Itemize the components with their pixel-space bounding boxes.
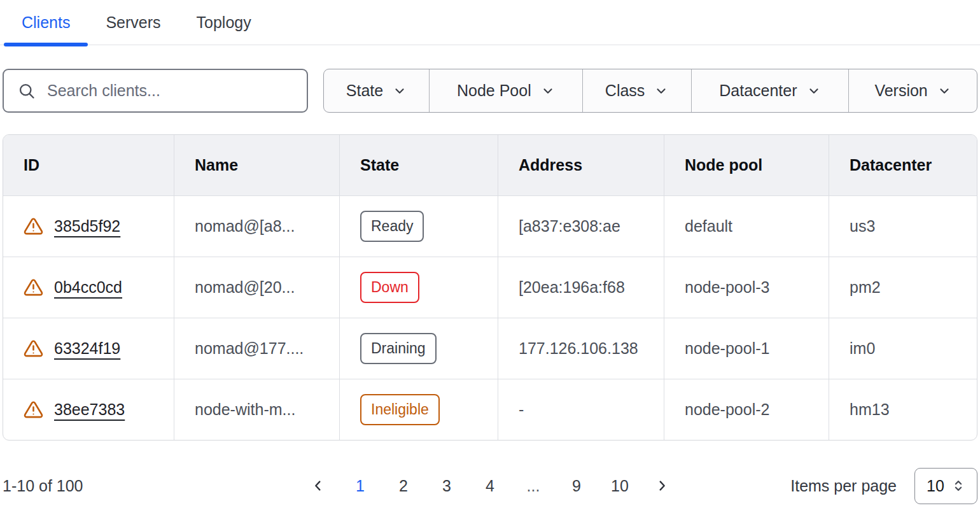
datacenter-cell: us3: [829, 196, 977, 257]
page-button-9[interactable]: 9: [564, 473, 589, 499]
table-row[interactable]: 38ee7383 node-with-m... Ineligible - nod…: [3, 379, 977, 440]
address-cell: -: [498, 379, 664, 440]
pagination-range-label: 1-10 of 100: [3, 477, 307, 495]
table-body: 385d5f92 nomad@[a8... Ready [a837:e308:a…: [3, 195, 977, 440]
filter-class-label: Class: [605, 81, 645, 100]
filter-datacenter[interactable]: Datacenter: [691, 69, 849, 112]
chevron-down-icon: [937, 84, 951, 98]
pagination-bar: 1-10 of 100 1 2 3 4 ... 9 10 Items per p…: [3, 467, 977, 504]
node-pool-cell: node-pool-1: [664, 318, 829, 379]
chevron-up-down-icon: [951, 479, 965, 493]
chevron-down-icon: [654, 84, 668, 98]
filter-version[interactable]: Version: [848, 69, 977, 112]
id-cell: 38ee7383: [3, 379, 174, 440]
pager: 1 2 3 4 ... 9 10: [307, 473, 673, 499]
state-badge: Ready: [360, 211, 424, 242]
page-button-10[interactable]: 10: [608, 473, 632, 499]
chevron-right-icon[interactable]: [651, 475, 673, 497]
search-icon: [18, 82, 36, 100]
chevron-left-icon[interactable]: [307, 475, 329, 497]
datacenter-cell: pm2: [829, 257, 977, 318]
table-row[interactable]: 0b4cc0cd nomad@[20... Down [20ea:196a:f6…: [3, 257, 977, 318]
page-button-3[interactable]: 3: [435, 473, 459, 499]
client-id-link[interactable]: 63324f19: [54, 339, 120, 358]
filter-node-pool-label: Node Pool: [457, 81, 531, 100]
page-button-2[interactable]: 2: [391, 473, 416, 499]
column-header-name: Name: [174, 135, 340, 195]
chevron-down-icon: [807, 84, 821, 98]
node-pool-cell: node-pool-2: [664, 379, 829, 440]
tab-clients[interactable]: Clients: [4, 0, 88, 45]
items-per-page-select[interactable]: 10: [914, 468, 977, 504]
state-badge: Ineligible: [360, 394, 440, 425]
datacenter-cell: im0: [829, 318, 977, 379]
id-cell: 385d5f92: [3, 196, 174, 257]
filter-version-label: Version: [874, 81, 927, 100]
tab-servers[interactable]: Servers: [88, 0, 178, 45]
name-cell: node-with-m...: [174, 379, 340, 440]
table-row[interactable]: 63324f19 nomad@177.... Draining 177.126.…: [3, 318, 977, 379]
address-cell: 177.126.106.138: [498, 318, 664, 379]
state-cell: Ineligible: [340, 379, 498, 440]
client-id-link[interactable]: 385d5f92: [54, 217, 120, 236]
node-pool-cell: default: [664, 196, 829, 257]
node-pool-cell: node-pool-3: [664, 257, 829, 318]
warning-icon: [24, 278, 43, 297]
column-header-state: State: [340, 135, 498, 195]
items-per-page-value: 10: [927, 477, 944, 495]
state-cell: Draining: [340, 318, 498, 379]
column-header-id: ID: [3, 135, 174, 195]
search-box: [3, 69, 308, 113]
name-cell: nomad@177....: [174, 318, 340, 379]
page-ellipsis: ...: [521, 477, 545, 495]
state-badge: Down: [360, 272, 419, 303]
warning-icon: [24, 339, 43, 358]
warning-icon: [24, 216, 43, 236]
address-cell: [a837:e308:ae: [498, 196, 664, 257]
clients-table: ID Name State Address Node pool Datacent…: [3, 134, 977, 441]
warning-icon: [24, 400, 43, 420]
column-header-datacenter: Datacenter: [829, 135, 977, 195]
state-cell: Ready: [340, 196, 498, 257]
client-id-link[interactable]: 0b4cc0cd: [54, 278, 122, 297]
filter-state-label: State: [346, 81, 383, 100]
state-cell: Down: [340, 257, 498, 318]
page-button-1[interactable]: 1: [348, 473, 372, 499]
column-header-address: Address: [498, 135, 664, 195]
table-header-row: ID Name State Address Node pool Datacent…: [3, 135, 977, 195]
chevron-down-icon: [393, 84, 407, 98]
tab-topology[interactable]: Toplogy: [179, 0, 269, 45]
datacenter-cell: hm13: [829, 379, 977, 440]
items-per-page: Items per page 10: [673, 468, 977, 504]
id-cell: 63324f19: [3, 318, 174, 379]
items-per-page-label: Items per page: [790, 477, 897, 495]
column-header-node-pool: Node pool: [664, 135, 829, 195]
page-button-4[interactable]: 4: [478, 473, 502, 499]
toolbar: State Node Pool Class Datacenter Version: [3, 69, 977, 113]
client-id-link[interactable]: 38ee7383: [54, 400, 125, 419]
search-input[interactable]: [46, 81, 293, 101]
table-row[interactable]: 385d5f92 nomad@[a8... Ready [a837:e308:a…: [3, 195, 977, 257]
name-cell: nomad@[20...: [174, 257, 340, 318]
chevron-down-icon: [541, 84, 555, 98]
filter-class[interactable]: Class: [582, 69, 691, 112]
filter-group: State Node Pool Class Datacenter Version: [323, 69, 977, 113]
tab-bar: Clients Servers Toplogy: [0, 0, 980, 45]
state-badge: Draining: [360, 333, 437, 364]
filter-datacenter-label: Datacenter: [719, 81, 797, 100]
filter-state[interactable]: State: [324, 69, 429, 112]
filter-node-pool[interactable]: Node Pool: [429, 69, 582, 112]
address-cell: [20ea:196a:f68: [498, 257, 664, 318]
id-cell: 0b4cc0cd: [3, 257, 174, 318]
name-cell: nomad@[a8...: [174, 196, 340, 257]
